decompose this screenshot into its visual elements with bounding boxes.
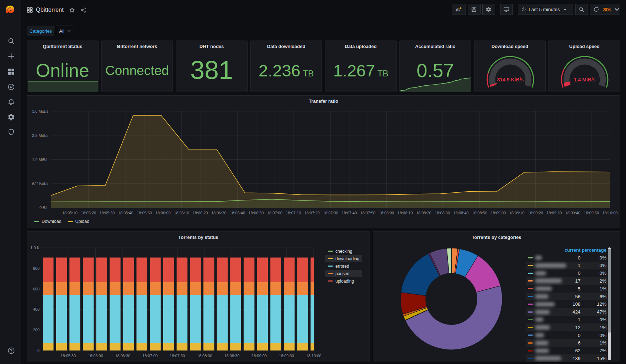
category-color-dash [528,280,533,282]
bar-segment-downloading [150,343,161,350]
y-axis-label: 600 [33,287,39,291]
x-axis-label: 18:08:00 [379,211,394,215]
bar-segment-errored [69,295,80,343]
x-axis-label: 18:07:10 [286,211,301,215]
tv-mode-button[interactable] [500,4,513,15]
bar-segment-uploading [217,258,228,282]
legend-color-dash [68,221,73,222]
sidebar-explore-compass-icon[interactable] [7,83,15,91]
panel-stat-2: DHT nodes381 [176,41,248,92]
category-percentage: 47% [582,309,606,315]
save-dashboard-button[interactable] [468,4,481,15]
bar-segment-uploading [177,258,187,282]
x-axis-label: 18:05:40 [118,211,133,215]
bar-segment-errored [190,295,201,343]
categories-table-header: currentpercentage [526,246,608,254]
category-color-dash [528,319,533,320]
column-header-percentage[interactable]: percentage [582,247,606,253]
category-current: 12 [556,325,580,330]
gauge-value: 1.4 MiB/s [574,77,596,82]
x-axis-label: 18:09:00 [251,354,267,358]
dashboard-settings-button[interactable] [482,4,495,15]
category-percentage: 12% [582,301,606,307]
x-axis-label: 18:05:30 [100,211,115,215]
sidebar-plus-icon[interactable] [7,52,15,60]
bar-segment-paused [56,282,67,295]
panel-stat-1-title[interactable]: Bittorrent network [102,43,173,50]
grafana-logo[interactable] [5,4,16,16]
panel-stat-5-title[interactable]: Accumulated ratio [400,43,471,50]
category-current: 56 [556,294,580,299]
panel-transfer-ratio: Transfer ratio0 B/s977 KiB/s1.9 MiB/s2.9… [27,95,620,228]
sidebar-help-icon[interactable] [7,346,15,355]
add-panel-button[interactable] [452,4,466,15]
panel-stat-0-title[interactable]: Qbittorrent Status [27,43,98,50]
legend-color-dash [328,251,333,252]
panel-torrents-by-categories: Torrents by categoriescurrentpercentage0… [373,231,620,362]
panel-stat-4-title[interactable]: Data uploaded [325,43,396,50]
bar-segment-downloading [43,343,54,350]
sidebar [0,0,21,364]
panel-stat-2-title[interactable]: DHT nodes [176,43,247,50]
legend-label: Upload [75,219,90,224]
legend-item-paused[interactable]: paused [325,270,362,277]
bar-segment-paused [177,282,187,295]
sidebar-server-admin-shield-icon[interactable] [7,128,15,136]
zoom-out-button[interactable] [575,4,588,15]
bar-segment-downloading [297,343,308,350]
panel-stat-4: Data uploaded1.267 TB [325,41,397,92]
refresh-button[interactable] [590,4,603,15]
categories-table-row: 61% [526,339,608,347]
bar-segment-uploading [284,258,295,282]
legend-item-download[interactable]: Download [34,219,62,224]
bar-segment-downloading [177,343,187,350]
sidebar-dashboards-icon[interactable] [7,68,15,76]
time-range-picker[interactable]: Last 5 minutes [518,4,573,15]
category-color-dash [528,273,533,274]
column-header-current[interactable]: current [556,247,580,253]
bar-segment-errored [230,295,241,343]
table-scrollbar-thumb[interactable] [608,249,611,333]
x-axis-label: 18:08:20 [416,211,431,215]
refresh-interval-label: 30s [603,7,611,12]
sidebar-configuration-gear-icon[interactable] [7,113,15,121]
panel-stat-7-title[interactable]: Upload speed [549,43,620,50]
share-icon[interactable] [80,7,86,13]
legend-item-checking[interactable]: checking [325,247,362,255]
bar-segment-errored [150,295,161,343]
panel-stat-6-title[interactable]: Download speed [474,43,546,50]
category-current: 17 [556,278,580,284]
bar-segment-uploading [190,258,201,282]
bar-segment-errored [177,295,187,343]
sidebar-alerting-bell-icon[interactable] [7,98,15,107]
x-axis-label: 18:08:50 [472,211,487,215]
x-axis-label: 18:06:20 [193,211,208,215]
panel-stat-3-title[interactable]: Data downloaded [251,43,322,50]
legend-item-uploading[interactable]: uploading [325,277,362,285]
bar-segment-paused [230,282,241,295]
bar-segment-downloading [217,343,228,350]
bar-segment-errored [56,295,67,343]
legend-item-errored[interactable]: errored [325,262,362,270]
topbar: Qbittorrent [21,0,626,20]
dashboard-title[interactable]: Qbittorrent [36,7,64,13]
bar-segment-downloading [257,343,268,350]
legend-item-downloading[interactable]: downloading [325,255,362,262]
category-current: 1 [556,317,580,322]
categories-table-row: 172% [526,277,608,285]
categories-table-row: 10812% [526,300,608,308]
category-color-dash [528,296,533,297]
variable-value-dropdown[interactable]: All [56,26,74,36]
variable-label[interactable]: Categories [27,26,54,36]
star-icon[interactable] [69,7,75,13]
legend-color-dash [328,273,333,274]
category-current: 62 [556,348,580,353]
legend-item-upload[interactable]: Upload [68,219,90,224]
bar-segment-errored [284,295,295,343]
category-name-redacted [535,310,550,314]
x-axis-label: 18:08:30 [435,211,450,215]
refresh-interval-picker[interactable]: 30s [603,4,620,15]
sidebar-search-icon[interactable] [7,37,15,45]
category-color-dash [528,334,533,336]
bar-segment-paused [203,282,214,295]
